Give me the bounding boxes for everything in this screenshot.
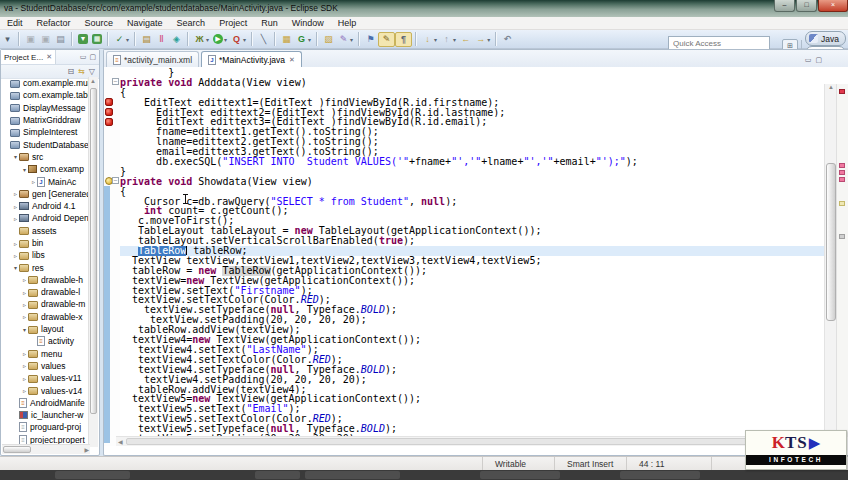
code-lines[interactable]: }private void Adddata(View view){ EditTe…: [120, 68, 825, 444]
java-annotation-button[interactable]: ╲: [256, 32, 271, 47]
menu-navigate[interactable]: Navigate: [120, 18, 170, 28]
next-annotation-button[interactable]: ↓▾: [420, 32, 439, 47]
code-line-8[interactable]: lname=edittext2.getText().toString();: [120, 137, 825, 147]
code-line-4[interactable]: EditText edittext1=(EditText )findViewBy…: [120, 98, 825, 108]
link-with-editor-icon[interactable]: ⇆: [78, 67, 85, 76]
editor-vscroll-thumb[interactable]: [826, 163, 836, 321]
dropdown-arrow-icon[interactable]: ▾: [224, 36, 227, 43]
open-logcat-button[interactable]: ▤: [139, 32, 154, 47]
fold-collapse-icon[interactable]: –: [112, 78, 119, 85]
tab-mainactivity-java[interactable]: J*MainActivity.java✕: [201, 51, 302, 67]
tree-item-drawable-m[interactable]: ▹drawable-m: [1, 298, 91, 310]
scroll-up-icon[interactable]: ▲: [90, 78, 96, 84]
dropdown-arrow-icon[interactable]: ▾: [308, 36, 311, 43]
fold-collapse-icon[interactable]: –: [112, 177, 119, 184]
menu-search[interactable]: Search: [170, 18, 213, 28]
error-marker-icon[interactable]: [105, 98, 113, 106]
tree-item-com-examp[interactable]: ▾com.examp: [1, 163, 91, 175]
dropdown-arrow-icon[interactable]: ▾: [453, 36, 456, 43]
tree-item-androidmanife[interactable]: ≡AndroidManife: [1, 397, 91, 409]
tree-item-menu[interactable]: ▹menu: [1, 348, 91, 360]
tree-item-values[interactable]: ▹values: [1, 360, 91, 372]
code-line-11[interactable]: }: [120, 167, 825, 177]
tree-item-studentdatabase[interactable]: StudentDatabase: [1, 138, 91, 150]
tree-item-gen-generated[interactable]: ▹gen [Generated: [1, 188, 91, 200]
code-line-9[interactable]: email=edittext3.getText().toString();: [120, 147, 825, 157]
run-last-launched-button[interactable]: ✓▾: [112, 32, 131, 47]
collapsed-arrow-icon[interactable]: ▹: [12, 240, 19, 247]
code-line-12[interactable]: private void Showdata(View view): [120, 177, 825, 187]
tree-item-matrixgriddraw[interactable]: MatrixGriddraw: [1, 114, 91, 126]
debug-button[interactable]: Ж▾: [192, 32, 211, 47]
code-line-7[interactable]: fname=edittext1.getText().toString();: [120, 127, 825, 137]
expanded-arrow-icon[interactable]: ▾: [12, 153, 19, 160]
print-button[interactable]: ▤: [53, 32, 68, 47]
close-icon[interactable]: ✕: [46, 53, 52, 61]
tree-item-res[interactable]: ▾res: [1, 261, 91, 273]
collapsed-arrow-icon[interactable]: ▹: [12, 215, 19, 222]
tree-item-bin[interactable]: ▹bin: [1, 237, 91, 249]
tab-activity-main-xml[interactable]: ≡*activity_main.xml: [106, 51, 199, 67]
maximize-button[interactable]: □: [796, 0, 817, 12]
show-whitespace-button[interactable]: ¶: [395, 32, 412, 47]
expanded-arrow-icon[interactable]: ▾: [12, 264, 19, 271]
code-line-26[interactable]: textView.setPadding(20, 20, 20, 20);: [120, 315, 825, 325]
tree-item-values-v11[interactable]: ▹values-v11: [1, 372, 91, 384]
overview-error-marker[interactable]: [839, 177, 845, 182]
close-button[interactable]: ×: [818, 0, 848, 12]
tree-item-assets[interactable]: assets: [1, 225, 91, 237]
collapsed-arrow-icon[interactable]: ▹: [12, 190, 19, 197]
overview-warning-marker[interactable]: [839, 201, 845, 206]
code-line-14[interactable]: Cursor c=db.rawQuery("SELECT * from Stud…: [120, 197, 825, 207]
code-line-36[interactable]: textView5.setTextColor(Color.RED);: [120, 414, 825, 424]
scroll-up-icon[interactable]: ▲: [828, 84, 834, 90]
overview-error-marker[interactable]: [839, 170, 845, 175]
tree-item-activity[interactable]: ≡activity: [1, 335, 91, 347]
collapse-all-icon[interactable]: ⊟: [67, 67, 74, 76]
tree-item-libs[interactable]: ▹libs: [1, 249, 91, 261]
collapsed-arrow-icon[interactable]: ▹: [21, 289, 28, 296]
tree-item-ic-launcher-w[interactable]: ic_launcher-w: [1, 409, 91, 421]
tree-item-drawable-l[interactable]: ▹drawable-l: [1, 286, 91, 298]
dropdown-arrow-icon[interactable]: ▾: [206, 36, 209, 43]
dropdown-arrow-icon[interactable]: ▾: [350, 36, 353, 43]
code-line-22[interactable]: textView=new TextView(getApplicationCont…: [120, 276, 825, 286]
code-line-3[interactable]: {: [120, 88, 825, 98]
code-line-16[interactable]: c.moveToFirst();: [120, 216, 825, 226]
code-line-37[interactable]: textView5.setTypeface(null, Typeface.BOL…: [120, 424, 825, 434]
external-tools-button[interactable]: Q▾: [229, 32, 248, 47]
error-marker-icon[interactable]: [105, 118, 113, 126]
menu-edit[interactable]: Edit: [0, 18, 30, 28]
expanded-arrow-icon[interactable]: ▾: [21, 326, 28, 333]
code-line-35[interactable]: textView5.setText("Email");: [120, 404, 825, 414]
code-line-10[interactable]: db.execSQL("INSERT INTO Student VALUES('…: [120, 157, 825, 167]
profile-button[interactable]: ‖: [154, 32, 169, 47]
collapsed-arrow-icon[interactable]: ▹: [21, 313, 28, 320]
forward-button[interactable]: →▾: [473, 32, 492, 47]
scroll-left-icon[interactable]: ◀: [118, 438, 123, 445]
overview-occurrence-marker[interactable]: [839, 234, 845, 239]
new-wizard-button[interactable]: ▾: [0, 32, 15, 47]
code-line-13[interactable]: {: [120, 187, 825, 197]
tab-project-explorer[interactable]: Project E... ✕: [1, 50, 56, 64]
code-line-21[interactable]: tableRow = new TableRow(getApplicationCo…: [120, 266, 825, 276]
code-area[interactable]: –– }private void Adddata(View view){ Edi…: [104, 67, 848, 446]
perspective-java[interactable]: Java: [805, 31, 846, 46]
tree-vertical-scrollbar[interactable]: ▲: [88, 77, 98, 447]
tree-item-drawable-h[interactable]: ▹drawable-h: [1, 274, 91, 286]
code-line-34[interactable]: textView5=new TextView(getApplicationCon…: [120, 394, 825, 404]
code-line-2[interactable]: private void Adddata(View view): [120, 78, 825, 88]
code-line-18[interactable]: tableLayout.setVerticalScrollBarEnabled(…: [120, 236, 825, 246]
dropdown-arrow-icon[interactable]: ▾: [243, 36, 246, 43]
view-menu-icon[interactable]: ▽: [89, 67, 95, 76]
tree-horizontal-scrollbar[interactable]: ▶: [2, 444, 90, 454]
tree-item-layout[interactable]: ▾layout: [1, 323, 91, 335]
tree-item-values-v14[interactable]: ▹values-v14: [1, 384, 91, 396]
android-avd-manager-button[interactable]: ▦: [90, 32, 104, 47]
open-resource-button[interactable]: ▨: [321, 32, 336, 47]
tree-vscroll-thumb[interactable]: [90, 88, 97, 414]
collapsed-arrow-icon[interactable]: ▹: [12, 203, 19, 210]
android-sdk-manager-button[interactable]: ▼: [76, 32, 90, 47]
menu-window[interactable]: Window: [285, 18, 331, 28]
code-line-15[interactable]: int count= c.getCount();: [120, 206, 825, 216]
